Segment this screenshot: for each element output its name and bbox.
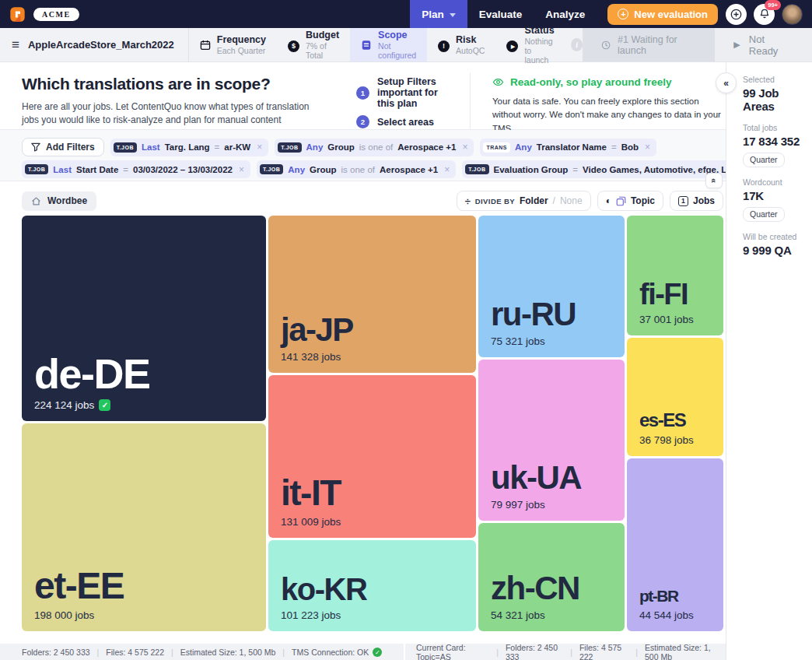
- chip-field: Translator Name: [537, 142, 607, 152]
- close-icon[interactable]: ×: [645, 142, 650, 153]
- treemap-tile-fi-FI[interactable]: fi-FI37 001 jobs: [627, 216, 723, 335]
- chip-type-badge: T.JOB: [25, 164, 48, 174]
- content-row: Which translations are in scope? Here ar…: [0, 62, 812, 660]
- status-bar-right: Current Card: Topic=AS|Folders: 2 450 33…: [405, 644, 726, 660]
- status-separator: |: [635, 648, 638, 657]
- toolbar-item-scope[interactable]: ScopeNot configured: [350, 28, 427, 61]
- status-separator: |: [570, 648, 572, 657]
- status-item: Folders: 2 450 333: [22, 648, 90, 657]
- toolbar-item-budget[interactable]: $Budget7% of Total: [277, 28, 350, 61]
- filter-chip[interactable]: T.JOBAnyGroupis one ofAerospace +1×: [275, 139, 474, 156]
- add-filters-button[interactable]: Add Filters: [22, 138, 104, 156]
- brand-badge: ACME: [33, 8, 79, 21]
- filter-row-1: Add Filters T.JOBLastTarg. Lang=ar-KW×T.…: [22, 138, 726, 156]
- nav-item-evaluate[interactable]: Evaluate: [467, 0, 534, 28]
- step-label: Setup Filters important for this plan: [377, 76, 448, 109]
- bell-icon: [759, 9, 770, 19]
- treemap-tile-it-IT[interactable]: it-IT131 009 jobs: [268, 375, 476, 538]
- new-evaluation-button[interactable]: + New evaluation: [607, 4, 718, 25]
- chip-value: 03/03/2022 – 13/03/2022: [133, 165, 233, 174]
- layers-icon: [616, 196, 626, 206]
- treemap-tile-ja-JP[interactable]: ja-JP141 328 jobs: [268, 216, 476, 373]
- treemap-tile-pt-BR[interactable]: pt-BR44 544 jobs: [627, 458, 723, 631]
- info-icon[interactable]: i: [571, 38, 583, 51]
- treemap-tile-zh-CN[interactable]: zh-CN54 321 jobs: [478, 523, 625, 631]
- toolbar-item-text: RiskAutoQC: [456, 34, 485, 55]
- filter-chip[interactable]: T.JOBLastTarg. Lang=ar-KW×: [110, 139, 269, 156]
- chip-field: Group: [327, 142, 355, 152]
- check-icon: ✓: [99, 399, 110, 411]
- status-bar: Folders: 2 450 333|Files: 4 575 222|Esti…: [0, 644, 726, 660]
- launch-queue-label: #1 Waiting for launch: [618, 34, 696, 56]
- status-icon: ▶: [506, 37, 518, 53]
- treemap-tile-et-EE[interactable]: et-EE198 000 jobs: [22, 423, 266, 631]
- breadcrumb[interactable]: Wordbee: [22, 191, 96, 211]
- funnel-icon: [31, 142, 40, 152]
- close-icon[interactable]: ×: [444, 164, 450, 175]
- treemap-tile-uk-UA[interactable]: uk-UA79 997 jobs: [478, 360, 625, 521]
- chevron-down-icon: [450, 13, 456, 17]
- toolbar-item-risk[interactable]: !RiskAutoQC: [427, 28, 495, 61]
- treemap-tile-de-DE[interactable]: de-DE224 124 jobs✓: [22, 216, 266, 421]
- chip-type-badge: T.JOB: [465, 164, 488, 174]
- filter-chip[interactable]: T.JOBAnyGroupis one ofAerospace +1×: [257, 160, 456, 178]
- toolbar-item-title: Status: [524, 25, 555, 36]
- close-icon[interactable]: ×: [257, 142, 262, 153]
- sidebar-stat: Selected99 Job Areas: [743, 75, 812, 113]
- treemap-column-1: de-DE224 124 jobs✓et-EE198 000 jobs: [22, 216, 266, 631]
- tile-jobs-count: 131 009 jobs: [281, 516, 341, 528]
- chip-field: Group: [310, 165, 337, 174]
- chip-value: Video Games, Automotive, efge, Legal: [583, 165, 744, 174]
- plan-toolbar: ≡ AppleArcadeStore_March2022 FrequencyEa…: [0, 28, 812, 62]
- stat-period-tag[interactable]: Quarter: [743, 207, 785, 222]
- divide-by-label: DIVIDE BY: [475, 197, 515, 205]
- tile-jobs-count: 224 124 jobs✓: [34, 399, 110, 411]
- nav-item-analyze[interactable]: Analyze: [534, 0, 597, 28]
- collapse-filters-button[interactable]: «: [705, 173, 723, 188]
- app-logo-icon[interactable]: [9, 6, 26, 23]
- toolbar-item-subtitle: Nothing to launch: [524, 37, 555, 65]
- status-item: Files: 4 575 222: [579, 643, 628, 660]
- close-icon[interactable]: ×: [462, 142, 467, 153]
- ready-state[interactable]: ▶ Not Ready: [715, 28, 812, 61]
- project-switcher[interactable]: ≡ AppleArcadeStore_March2022: [0, 28, 189, 61]
- status-separator: |: [97, 648, 100, 657]
- treemap-tile-es-ES[interactable]: es-ES36 798 jobs: [627, 338, 723, 457]
- toolbar-items: FrequencyEach Quarter$Budget7% of TotalS…: [189, 28, 566, 61]
- jobs-view-button[interactable]: 1 Jobs: [670, 191, 723, 211]
- tile-jobs-text: 198 000 jobs: [34, 609, 94, 621]
- treemap-tile-ko-KR[interactable]: ko-KR101 223 jobs: [268, 540, 476, 631]
- divide-icon: ÷: [465, 195, 471, 207]
- treemap-tile-ru-RU[interactable]: ru-RU75 321 jobs: [478, 216, 625, 357]
- tile-language-label: ru-RU: [491, 299, 576, 330]
- status-bar-left: Folders: 2 450 333|Files: 4 575 222|Esti…: [0, 644, 404, 660]
- tile-jobs-count: 198 000 jobs: [34, 609, 94, 621]
- chip-type-badge: TRANS: [483, 142, 510, 153]
- ok-check-icon: ✓: [373, 648, 382, 657]
- filter-chip[interactable]: TRANSAnyTranslator Name=Bob×: [480, 139, 656, 156]
- nav-item-plan[interactable]: Plan: [410, 0, 467, 28]
- stat-label: Wordcount: [743, 177, 812, 187]
- chip-modifier: Last: [142, 142, 160, 152]
- menu-icon[interactable]: ≡: [12, 38, 19, 51]
- notifications-button[interactable]: 99+: [754, 4, 775, 25]
- stat-period-tag[interactable]: Quarter: [743, 153, 785, 167]
- jobs-count-icon: 1: [678, 196, 688, 206]
- user-avatar[interactable]: [782, 4, 803, 25]
- toolbar-item-status[interactable]: ▶StatusNothing to launch: [495, 28, 566, 61]
- tile-jobs-text: 44 544 jobs: [639, 609, 694, 621]
- clock-icon: [601, 40, 611, 51]
- collapse-sidebar-button[interactable]: «: [716, 72, 737, 93]
- toolbar-item-frequency[interactable]: FrequencyEach Quarter: [189, 28, 277, 61]
- topic-view-button[interactable]: ◐ Topic: [597, 191, 663, 211]
- filter-chip[interactable]: T.JOBLastStart Date=03/03/2022 – 13/03/2…: [22, 160, 250, 178]
- stat-value: 17K: [743, 189, 812, 202]
- divide-by-button[interactable]: ÷ DIVIDE BY Folder / None: [457, 191, 591, 211]
- chip-modifier: Any: [288, 165, 305, 174]
- chip-operator: =: [123, 165, 128, 174]
- page-title: Which translations are in scope?: [22, 75, 328, 93]
- quick-add-button[interactable]: [726, 4, 747, 25]
- close-icon[interactable]: ×: [239, 164, 244, 175]
- tile-language-label: es-ES: [639, 412, 685, 430]
- notifications-badge: 99+: [765, 0, 781, 10]
